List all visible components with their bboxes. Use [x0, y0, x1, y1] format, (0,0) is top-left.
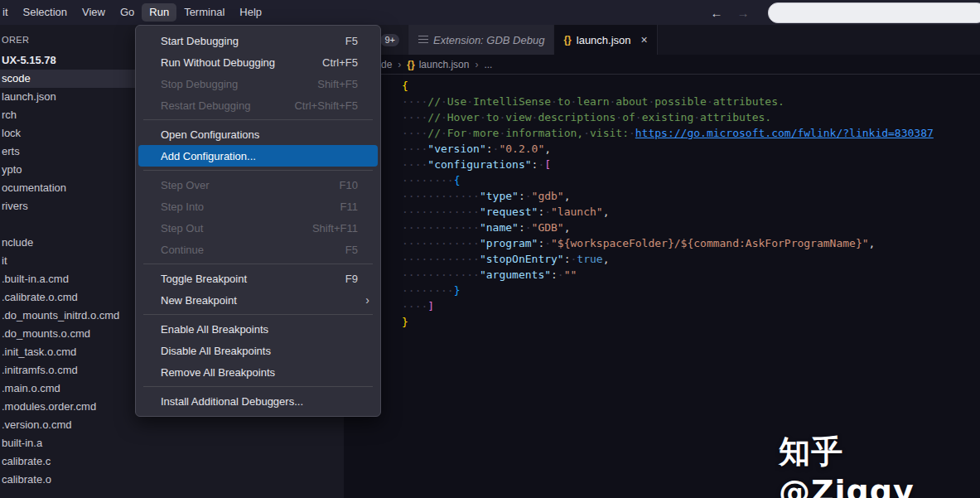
whitespace-dot: · — [434, 237, 441, 249]
breadcrumb-segment[interactable]: de — [381, 59, 392, 70]
menu-separator — [143, 386, 373, 387]
json-braces-icon: {} — [407, 59, 414, 70]
whitespace-dot: · — [441, 190, 447, 202]
explorer-item-calibrate-c[interactable]: calibrate.c — [0, 452, 344, 471]
whitespace-dot: · — [441, 95, 447, 108]
run-menu-dropdown: Start DebuggingF5Run Without DebuggingCt… — [135, 25, 381, 417]
breadcrumb-segment[interactable]: {}launch.json — [407, 59, 469, 70]
whitespace-dot: · — [402, 143, 408, 155]
explorer-item-calibrate-o[interactable]: calibrate.o — [0, 471, 344, 489]
tab-launch-json[interactable]: {}launch.json× — [554, 25, 657, 55]
menu-item-shortcut: Shift+F5 — [317, 78, 358, 90]
menubar-item-run[interactable]: Run — [142, 3, 176, 22]
menubar-item-help[interactable]: Help — [232, 3, 269, 22]
whitespace-dot: · — [408, 268, 415, 281]
whitespace-dot: · — [427, 190, 434, 202]
code-line: ····] — [402, 298, 980, 314]
whitespace-dot: · — [402, 221, 408, 234]
json-braces-icon: {} — [563, 34, 571, 46]
menu-item-enable-all-breakpoints[interactable]: Enable All Breakpoints — [138, 318, 378, 340]
menubar-item-selection[interactable]: Selection — [16, 3, 75, 22]
breadcrumb: de›{}launch.json›... — [344, 55, 980, 75]
whitespace-dot: · — [544, 205, 551, 218]
whitespace-dot: · — [447, 253, 454, 265]
whitespace-dot: · — [408, 111, 415, 123]
whitespace-dot: · — [427, 174, 434, 186]
whitespace-dot: · — [447, 205, 454, 218]
whitespace-dot: · — [408, 205, 415, 218]
code-line: ············"program":·"${workspaceFolde… — [402, 235, 980, 251]
whitespace-dot: · — [473, 268, 480, 281]
whitespace-dot: · — [408, 190, 415, 202]
nav-forward-icon[interactable]: → — [730, 6, 756, 20]
whitespace-dot: · — [473, 205, 480, 218]
menu-separator — [143, 264, 373, 264]
whitespace-dot: · — [434, 205, 441, 218]
explorer-item-version-o-cmd[interactable]: .version.o.cmd — [0, 416, 344, 434]
menu-item-label: New Breakpoint — [161, 294, 237, 307]
menu-item-label: Toggle Breakpoint — [161, 273, 247, 285]
whitespace-dot: · — [447, 284, 454, 297]
whitespace-dot: · — [408, 127, 415, 139]
menu-bar: itSelectionViewGoRunTerminalHelp ← → — [0, 0, 980, 25]
menu-item-add-configuration[interactable]: Add Configuration... — [138, 145, 378, 167]
whitespace-dot: · — [447, 237, 454, 249]
menubar-item-view[interactable]: View — [75, 3, 113, 22]
whitespace-dot: · — [434, 174, 441, 186]
whitespace-dot: · — [402, 268, 408, 281]
menu-item-label: Stop Debugging — [161, 78, 238, 90]
whitespace-dot: · — [441, 268, 447, 281]
tab-label: Extension: GDB Debug — [433, 34, 544, 46]
menu-item-new-breakpoint[interactable]: New Breakpoint› — [138, 289, 378, 311]
whitespace-dot: · — [441, 253, 447, 265]
whitespace-dot: · — [402, 111, 408, 123]
menubar-item-go[interactable]: Go — [113, 3, 142, 22]
nav-back-icon[interactable]: ← — [703, 6, 730, 20]
menu-item-disable-all-breakpoints[interactable]: Disable All Breakpoints — [138, 340, 378, 361]
menu-item-label: Add Configuration... — [161, 150, 256, 162]
tab-badge: 9+ — [380, 34, 399, 46]
menu-item-start-debugging[interactable]: Start DebuggingF5 — [138, 30, 378, 51]
whitespace-dot: · — [466, 95, 473, 108]
menu-item-remove-all-breakpoints[interactable]: Remove All Breakpoints — [138, 361, 378, 383]
tab-label: launch.json — [577, 34, 631, 46]
menu-item-label: Disable All Breakpoints — [161, 345, 271, 357]
menu-item-label: Remove All Breakpoints — [161, 366, 275, 379]
menu-item-run-without-debugging[interactable]: Run Without DebuggingCtrl+F5 — [138, 51, 378, 73]
whitespace-dot: · — [466, 221, 473, 234]
search-box[interactable] — [768, 2, 980, 23]
whitespace-dot: · — [441, 284, 447, 297]
code-line: { — [402, 78, 980, 94]
watermark: 知乎 @Ziggy — [779, 431, 980, 498]
whitespace-dot: · — [408, 143, 415, 155]
whitespace-dot: · — [693, 111, 700, 123]
whitespace-dot: · — [616, 111, 622, 123]
menu-item-label: Restart Debugging — [161, 99, 250, 112]
menu-item-label: Run Without Debugging — [161, 56, 275, 69]
menubar-item-it[interactable]: it — [0, 3, 16, 22]
whitespace-dot: · — [583, 127, 590, 139]
tab-extension-gdb-debug[interactable]: Extension: GDB Debug — [409, 25, 554, 55]
whitespace-dot: · — [402, 158, 408, 171]
whitespace-dot: · — [441, 205, 447, 218]
menu-item-shortcut: Ctrl+F5 — [322, 56, 358, 69]
whitespace-dot: · — [408, 221, 415, 234]
whitespace-dot: · — [427, 237, 434, 249]
whitespace-dot: · — [402, 253, 408, 265]
whitespace-dot: · — [402, 127, 408, 139]
menubar-item-terminal[interactable]: Terminal — [176, 3, 232, 22]
whitespace-dot: · — [427, 205, 434, 218]
menu-item-restart-debugging: Restart DebuggingCtrl+Shift+F5 — [138, 94, 378, 116]
menu-item-install-additional-debuggers[interactable]: Install Additional Debuggers... — [138, 390, 378, 412]
menu-item-label: Start Debugging — [161, 35, 239, 47]
menu-item-step-over: Step OverF10 — [138, 174, 378, 196]
menu-item-toggle-breakpoint[interactable]: Toggle BreakpointF9 — [138, 268, 378, 289]
whitespace-dot: · — [434, 284, 441, 297]
whitespace-dot: · — [441, 111, 447, 123]
explorer-item-built-in-a[interactable]: built-in.a — [0, 434, 344, 452]
close-tab-icon[interactable]: × — [641, 33, 648, 46]
whitespace-dot: · — [441, 237, 447, 249]
submenu-chevron-icon: › — [365, 293, 369, 307]
breadcrumb-segment[interactable]: ... — [484, 59, 492, 70]
menu-item-open-configurations[interactable]: Open Configurations — [138, 123, 378, 145]
